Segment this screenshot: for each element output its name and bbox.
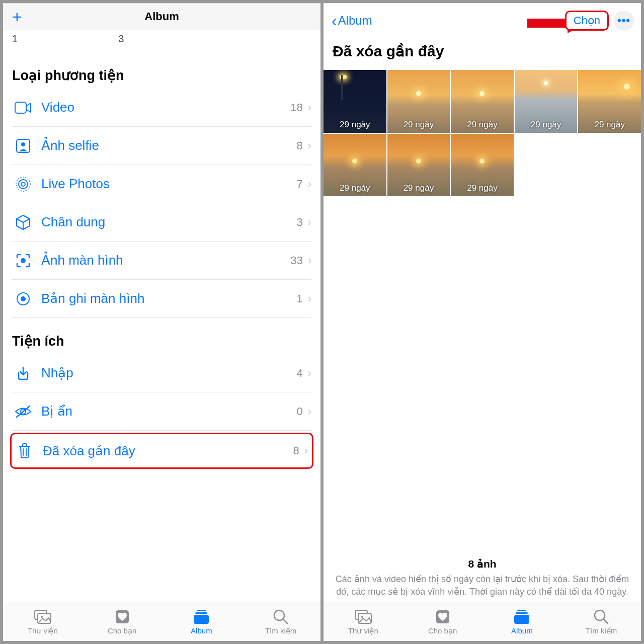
section-utilities: Tiện ích	[3, 318, 320, 354]
svg-point-30	[595, 610, 605, 620]
svg-point-25	[361, 616, 363, 618]
library-icon	[354, 608, 372, 625]
svg-line-21	[283, 619, 287, 623]
more-button[interactable]: •••	[614, 11, 634, 31]
photo-count: 8 ảnh	[334, 558, 631, 570]
tab-bar: Thư viện Cho bạn Album Tìm kiếm	[324, 602, 641, 641]
album-list-screen: + Album 1 3 Loại phương tiện Video 18 ›	[3, 3, 320, 641]
trash-icon	[14, 440, 36, 462]
cube-icon	[12, 211, 34, 233]
for-you-icon	[435, 608, 451, 625]
footer-description: Các ảnh và video hiển thị số ngày còn lạ…	[334, 573, 631, 598]
svg-point-20	[274, 610, 284, 620]
tab-for-you[interactable]: Cho bạn	[83, 602, 162, 641]
svg-point-15	[41, 616, 43, 618]
recently-deleted-screen: ‹ Album Chọn ••• Đã xóa gần đây 29 ngày …	[324, 3, 641, 641]
chevron-right-icon: ›	[308, 367, 311, 380]
select-button[interactable]: Chọn	[565, 11, 609, 31]
chevron-right-icon: ›	[308, 216, 311, 229]
row-video[interactable]: Video 18 ›	[3, 89, 320, 127]
photo-thumb[interactable]: 29 ngày	[324, 134, 386, 197]
chevron-right-icon: ›	[304, 444, 308, 457]
video-icon	[12, 97, 34, 119]
count-row: 1 3	[3, 30, 320, 52]
svg-rect-18	[195, 612, 207, 614]
chevron-right-icon: ›	[308, 178, 311, 191]
photo-thumb[interactable]: 29 ngày	[387, 70, 450, 133]
chevron-right-icon: ›	[308, 139, 311, 152]
chevron-right-icon: ›	[308, 292, 311, 305]
album-icon	[513, 608, 530, 625]
svg-rect-27	[517, 610, 526, 611]
footer-info: 8 ảnh Các ảnh và video hiển thị số ngày …	[324, 558, 641, 598]
live-photos-icon	[12, 173, 34, 195]
svg-line-31	[604, 619, 608, 623]
import-icon	[12, 362, 34, 384]
photo-thumb[interactable]: 29 ngày	[578, 70, 641, 133]
row-selfie[interactable]: Ảnh selfie 8 ›	[3, 127, 320, 165]
row-screen-recording[interactable]: Bản ghi màn hình 1 ›	[3, 280, 320, 318]
section-media-types: Loại phương tiện	[3, 52, 320, 89]
photo-thumb[interactable]: 29 ngày	[515, 70, 578, 133]
nav-title: Album	[144, 10, 179, 23]
search-icon	[273, 608, 289, 625]
svg-point-3	[21, 182, 25, 186]
row-screenshots[interactable]: Ảnh màn hình 33 ›	[3, 242, 320, 280]
svg-line-10	[17, 406, 30, 417]
photo-thumb[interactable]: 29 ngày	[451, 70, 514, 133]
row-hidden[interactable]: Bị ẩn 0 ›	[3, 392, 320, 431]
svg-rect-0	[15, 102, 26, 113]
photo-grid: 29 ngày 29 ngày 29 ngày 29 ngày 29 ngày …	[324, 70, 641, 196]
record-icon	[12, 288, 34, 310]
nav-bar: + Album	[3, 3, 320, 30]
svg-rect-22	[527, 19, 570, 28]
row-import[interactable]: Nhập 4 ›	[3, 354, 320, 392]
row-portrait[interactable]: Chân dung 3 ›	[3, 203, 320, 242]
page-title: Đã xóa gần đây	[324, 38, 641, 70]
tab-library[interactable]: Thư viện	[324, 602, 403, 641]
svg-point-4	[19, 180, 28, 189]
tab-album[interactable]: Album	[482, 602, 562, 641]
chevron-right-icon: ›	[308, 405, 311, 418]
chevron-right-icon: ›	[308, 101, 311, 114]
svg-point-2	[21, 142, 25, 146]
tab-bar: Thư viện Cho bạn Album Tìm kiếm	[3, 602, 320, 641]
search-icon	[593, 608, 609, 625]
svg-point-6	[21, 258, 26, 263]
add-button[interactable]: +	[12, 8, 22, 25]
library-icon	[34, 608, 52, 625]
svg-rect-19	[194, 615, 209, 624]
hidden-icon	[12, 400, 34, 423]
svg-rect-17	[197, 610, 206, 611]
svg-rect-29	[514, 615, 529, 624]
for-you-icon	[114, 608, 130, 625]
photo-thumb[interactable]: 29 ngày	[324, 70, 386, 133]
back-button[interactable]: ‹ Album	[332, 12, 372, 30]
row-live-photos[interactable]: Live Photos 7 ›	[3, 165, 320, 203]
tab-album[interactable]: Album	[162, 602, 242, 641]
photo-thumb[interactable]: 29 ngày	[387, 134, 450, 197]
svg-rect-28	[516, 612, 528, 614]
svg-point-8	[21, 296, 26, 301]
album-icon	[193, 608, 210, 625]
ellipsis-icon: •••	[617, 14, 630, 27]
row-recently-deleted[interactable]: Đã xóa gần đây 8 ›	[10, 433, 313, 469]
tab-library[interactable]: Thư viện	[3, 602, 83, 641]
chevron-left-icon: ‹	[332, 12, 337, 30]
photo-thumb[interactable]: 29 ngày	[451, 134, 514, 197]
tab-search[interactable]: Tìm kiếm	[241, 602, 320, 641]
screenshot-icon	[12, 250, 34, 272]
tab-search[interactable]: Tìm kiếm	[561, 602, 641, 641]
chevron-right-icon: ›	[308, 254, 311, 267]
selfie-icon	[12, 135, 34, 157]
nav-bar: ‹ Album Chọn •••	[324, 3, 641, 38]
tab-for-you[interactable]: Cho bạn	[403, 602, 482, 641]
